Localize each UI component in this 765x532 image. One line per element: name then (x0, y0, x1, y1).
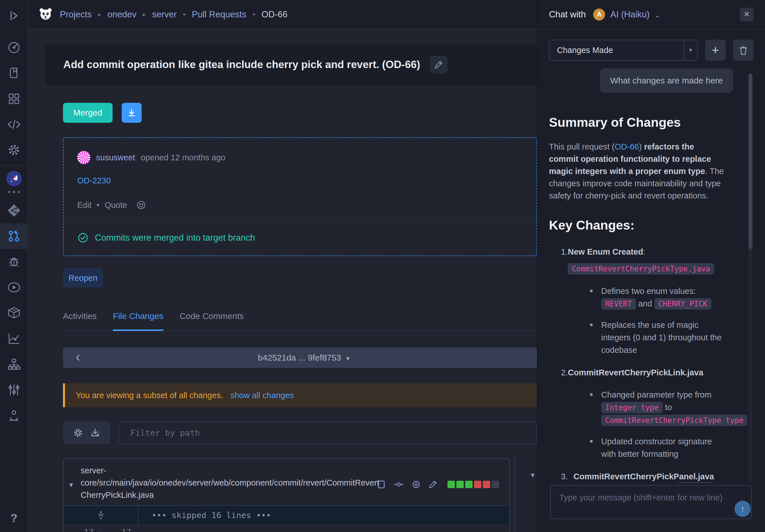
subset-warning-bar: You are viewing a subset of all changes.… (63, 383, 537, 407)
list-item: 2. CommitRevertCherryPickLink.java Chang… (561, 367, 723, 460)
scrollbar-thumb[interactable] (748, 74, 752, 249)
list-item: 1. New Enum Created: CommitRevertCherryP… (561, 246, 723, 356)
scales-icon[interactable] (0, 403, 28, 428)
tab-code-comments[interactable]: Code Comments (180, 311, 244, 330)
quote-comment-link[interactable]: Quote (105, 200, 127, 210)
download-patch-button[interactable] (122, 103, 142, 123)
avatar[interactable] (77, 151, 90, 164)
tab-activities[interactable]: Activities (63, 311, 97, 330)
pull-requests-icon[interactable] (0, 223, 28, 249)
ai-chat-panel: Chat with A AI (Haiku) ⌄ ✕ Changes Made … (537, 0, 765, 532)
project-rocket-avatar[interactable] (6, 171, 22, 186)
filter-by-path-input[interactable] (118, 421, 537, 444)
collapse-file-caret-icon[interactable]: ▾ (69, 480, 81, 501)
pr-link[interactable]: OD-66 (615, 142, 639, 151)
breadcrumb-section[interactable]: Pull Requests (192, 9, 246, 20)
select-arrow-icon: ▼ (683, 40, 697, 60)
dashboard-gauge-icon[interactable] (0, 35, 28, 60)
chat-messages: What changes are made here Summary of Ch… (537, 68, 765, 481)
sidebar-top-group (0, 35, 28, 163)
reopen-button[interactable]: Reopen (63, 269, 103, 287)
sidebar-toggle-icon[interactable] (8, 9, 20, 23)
code-pill: CHERRY_PICK (654, 298, 711, 310)
pr-description-card: sususweet opened 12 months ago OD-2230 E… (63, 137, 537, 256)
stats-chart-icon[interactable] (0, 326, 28, 352)
diff-options-gear-icon[interactable] (73, 428, 83, 438)
filter-row (63, 421, 537, 444)
view-eye-icon[interactable] (411, 480, 421, 489)
merged-note: Commits were merged into target branch (95, 233, 255, 243)
code-icon[interactable] (0, 112, 28, 137)
bullet-item: Replaces the use of magic integers (0 an… (590, 319, 727, 356)
trash-icon (739, 45, 748, 55)
close-chat-button[interactable]: ✕ (740, 8, 754, 21)
diff-code-row: 17 17 (64, 525, 509, 532)
save-query-icon[interactable] (90, 428, 100, 438)
onedev-app: ? Projects ▸ onedev ▸ server • Pull Requ… (0, 0, 765, 532)
show-all-changes-link[interactable]: show all changes (230, 391, 294, 400)
resize-handle[interactable] (679, 482, 711, 483)
delete-session-button[interactable] (733, 40, 754, 61)
code-pill: Integer type (601, 402, 663, 413)
bug-issues-icon[interactable] (0, 249, 28, 275)
breadcrumb-repo[interactable]: server (152, 9, 177, 20)
tab-file-changes[interactable]: File Changes (113, 311, 163, 331)
commit-range-dropdown[interactable]: b42521da ... 9fef8753 ▾ (82, 353, 525, 363)
check-circle-icon (77, 232, 89, 243)
skipped-lines-text[interactable]: ••• skipped 16 lines ••• (139, 506, 271, 525)
session-select[interactable]: Changes Made ▼ (549, 40, 698, 61)
sidebar: ? (0, 0, 29, 532)
edit-title-button[interactable] (430, 56, 447, 74)
chevron-left-icon[interactable] (74, 354, 82, 362)
hierarchy-icon[interactable] (0, 352, 28, 377)
more-dots-icon[interactable] (8, 186, 20, 198)
chevron-down-icon: ▾ (346, 355, 350, 362)
merged-status-badge: Merged (63, 103, 113, 123)
dot-separator: • (97, 200, 100, 210)
model-selector[interactable]: AI (Haiku) (610, 9, 650, 20)
comment-body-link[interactable]: OD-2230 (77, 176, 523, 185)
subset-warning-text: You are viewing a subset of all changes. (76, 391, 223, 400)
line-number-old: 17 (64, 525, 101, 532)
new-session-button[interactable]: + (705, 40, 726, 61)
chat-header: Chat with A AI (Haiku) ⌄ ✕ (537, 0, 765, 29)
commit-suggestion-icon[interactable] (394, 480, 403, 489)
assistant-message: Summary of Changes This pull request (OD… (549, 93, 723, 481)
edit-file-icon[interactable] (429, 480, 437, 489)
chat-scrollbar[interactable] (748, 74, 752, 482)
ai-avatar: A (593, 9, 605, 21)
help-icon[interactable]: ? (11, 512, 17, 525)
pr-tabs: Activities File Changes Code Comments (63, 311, 537, 331)
chat-message-input[interactable] (550, 485, 752, 519)
play-builds-icon[interactable] (0, 275, 28, 300)
expand-lines-icon[interactable] (97, 510, 105, 520)
jump-dropdown-icon[interactable]: ▼ (529, 471, 536, 479)
breadcrumb-project[interactable]: onedev (108, 9, 137, 20)
list-item: 3. CommitRevertCherryPickPanel.java (561, 470, 723, 481)
docs-book-icon[interactable] (0, 60, 28, 86)
diff-skipped-row: ••• skipped 16 lines ••• (64, 505, 509, 525)
key-changes-heading: Key Changes: (549, 218, 723, 233)
comment-author[interactable]: sususweet (96, 153, 135, 162)
bullet-item: Changed parameter type from Integer type… (590, 389, 727, 426)
edit-comment-link[interactable]: Edit (77, 200, 92, 210)
file-checkbox-icon[interactable] (378, 480, 386, 489)
dot-separator: • (183, 10, 186, 19)
sliders-icon[interactable] (0, 377, 28, 403)
grid-apps-icon[interactable] (0, 86, 28, 112)
emoji-reaction-icon[interactable] (136, 200, 146, 210)
repository-icon[interactable] (0, 198, 28, 223)
breadcrumb-current: OD-66 (261, 9, 287, 20)
key-changes-list: 1. New Enum Created: CommitRevertCherryP… (549, 246, 723, 481)
line-number-new: 17 (101, 525, 139, 532)
package-icon[interactable] (0, 300, 28, 326)
onedev-logo[interactable] (38, 7, 53, 23)
send-message-button[interactable]: ↑ (734, 501, 751, 517)
breadcrumb-projects[interactable]: Projects (60, 9, 92, 20)
settings-gear-icon[interactable] (0, 137, 28, 163)
summary-paragraph: This pull request (OD-66) refactors the … (549, 141, 725, 202)
pr-title: Add commit operation like gitea include … (63, 59, 420, 71)
chevron-down-icon[interactable]: ⌄ (655, 12, 660, 19)
file-path[interactable]: server- core/src/main/java/io/onedev/ser… (81, 464, 366, 501)
chat-title: Chat with (549, 9, 586, 20)
